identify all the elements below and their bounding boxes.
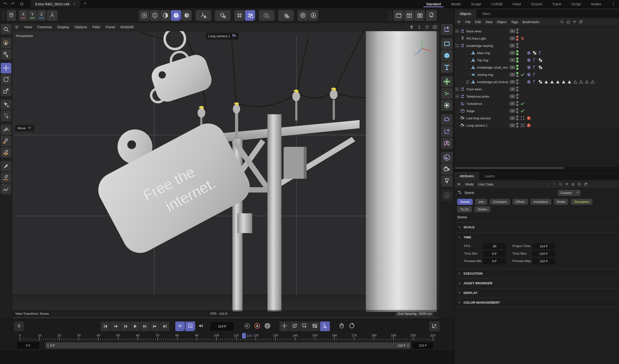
goto-end-button[interactable]: [160, 322, 169, 331]
chip-nodes[interactable]: Nodes: [475, 206, 490, 212]
layout-menu-button[interactable]: [608, 0, 619, 8]
arrow-left-icon[interactable]: [539, 182, 544, 187]
visibility-dots[interactable]: [516, 28, 518, 34]
visibility-dot[interactable]: [516, 94, 518, 96]
edit-toggle[interactable]: [509, 73, 515, 77]
current-frame-marker[interactable]: [242, 333, 246, 338]
new-tab-button[interactable]: [80, 0, 90, 8]
timeline-ruler[interactable]: 114 010203040506070809010011012013014015…: [0, 333, 454, 342]
visibility-dot[interactable]: [516, 123, 518, 125]
sound-button[interactable]: [196, 322, 206, 331]
render-view-button[interactable]: [426, 10, 437, 21]
object-name[interactable]: Long camera 1: [466, 122, 487, 129]
rt-text-tool-button[interactable]: [441, 62, 453, 73]
rings-gear-button[interactable]: [259, 10, 274, 21]
hex-solid-button[interactable]: [171, 10, 181, 21]
object-name[interactable]: RS Area Light: [466, 35, 486, 42]
layout-tab-uvedit[interactable]: UVEdit: [486, 0, 508, 8]
visibility-dots[interactable]: [516, 57, 518, 63]
layout-tab-track[interactable]: Track: [547, 0, 566, 8]
viewport-canvas[interactable]: Free the internet. Perspective Long came…: [12, 31, 440, 319]
visibility-dot[interactable]: [516, 36, 518, 38]
keying-settings-button[interactable]: [263, 322, 272, 331]
render-clap-play-button[interactable]: [404, 10, 414, 21]
edit-toggle[interactable]: [509, 94, 515, 98]
visibility-dot[interactable]: [516, 43, 518, 45]
gear-tag[interactable]: [526, 72, 531, 77]
visibility-dots[interactable]: [516, 94, 518, 99]
gear-tag[interactable]: [526, 58, 531, 63]
object-row[interactable]: Joining ring: [454, 71, 619, 78]
rt-array-tool-button[interactable]: [441, 88, 453, 99]
visibility-dots[interactable]: [516, 36, 518, 41]
object-row[interactable]: Turbulence: [454, 100, 619, 107]
visibility-dots[interactable]: [516, 65, 518, 70]
goto-start-button[interactable]: [101, 322, 110, 331]
time-max-field[interactable]: 210 F: [532, 251, 555, 257]
redo-button[interactable]: [10, 1, 15, 6]
attributes-tab-layers[interactable]: Layers: [479, 172, 500, 180]
visibility-dot[interactable]: [516, 28, 518, 31]
tri-o[interactable]: [584, 80, 589, 84]
viewport-menu-view[interactable]: View: [24, 25, 32, 29]
toolbar-grip[interactable]: [388, 10, 392, 21]
tri-f[interactable]: [549, 80, 554, 84]
edit-toggle[interactable]: [509, 66, 515, 69]
visibility-dots[interactable]: [516, 72, 518, 77]
viewport-menu-cameras[interactable]: Cameras: [37, 25, 52, 29]
panel-max-icon[interactable]: [432, 25, 437, 29]
flag-tag[interactable]: [538, 51, 543, 55]
step-back-button[interactable]: [120, 322, 130, 331]
xmark-icon[interactable]: [520, 36, 525, 41]
rt-env-tool-button[interactable]: [441, 152, 453, 163]
check-icon[interactable]: [520, 72, 525, 77]
objects-menu-file[interactable]: File: [465, 20, 471, 24]
check-icon[interactable]: [520, 108, 525, 113]
panel-splitter[interactable]: [454, 170, 619, 172]
layout-tab-standard[interactable]: Standard: [421, 0, 446, 8]
visibility-dot[interactable]: [516, 72, 518, 74]
mirror-gear-button[interactable]: [278, 10, 294, 21]
brackets-dot-icon[interactable]: [520, 123, 525, 128]
preset-dropdown-arrow[interactable]: [575, 190, 580, 196]
rs-cube[interactable]: [526, 123, 531, 128]
object-row[interactable]: +Back wires: [454, 27, 619, 35]
hand-icon[interactable]: [409, 25, 414, 29]
viewport-menu-panel[interactable]: Panel: [106, 25, 115, 29]
axis-z-button[interactable]: Z: [37, 10, 46, 21]
key-scale-button[interactable]: [300, 322, 310, 331]
pen-curve-tool-button[interactable]: [1, 124, 11, 135]
flag-tag[interactable]: [532, 80, 537, 84]
object-row[interactable]: RS Area Light: [454, 35, 619, 42]
axis-x-button[interactable]: X: [19, 10, 28, 21]
rt-sym-tool-button[interactable]: [441, 138, 453, 149]
tri-o[interactable]: [573, 80, 578, 84]
target-icon[interactable]: [577, 182, 581, 187]
prev-key-button[interactable]: [111, 322, 120, 331]
rt-effector-tool-button[interactable]: [441, 100, 453, 111]
visibility-dot[interactable]: [516, 60, 518, 63]
mode-menu[interactable]: Mode: [465, 182, 474, 186]
preview-range-slider[interactable]: 0 F 210 F: [45, 342, 410, 349]
expand-icon[interactable]: +: [455, 87, 459, 91]
chip-bullet[interactable]: Bullet: [554, 199, 568, 205]
cubes-move-tool-button[interactable]: [1, 111, 11, 121]
edit-toggle[interactable]: [509, 58, 515, 62]
rt-field-tool-button[interactable]: [441, 126, 453, 137]
timeline-editor-button[interactable]: [429, 322, 440, 331]
visibility-dot[interactable]: [516, 39, 518, 41]
camera-obj-tool-button[interactable]: [441, 164, 453, 175]
close-tab-icon[interactable]: [73, 2, 76, 6]
projection-label[interactable]: Perspective: [16, 34, 33, 38]
object-name[interactable]: Instabridge pt2-Extrude: [477, 78, 508, 85]
visibility-dot[interactable]: [516, 108, 518, 110]
brush-tool-button[interactable]: [1, 161, 11, 172]
fps-field[interactable]: 30: [483, 243, 506, 249]
object-row[interactable]: Last long camera: [454, 114, 619, 122]
hex-half-button[interactable]: [160, 10, 170, 21]
search-tool-button[interactable]: [1, 24, 11, 35]
visibility-dot[interactable]: [516, 101, 518, 103]
object-name[interactable]: Instabridge small_remesh: [477, 64, 508, 71]
tri-o[interactable]: [579, 80, 583, 84]
chip-scene[interactable]: Scene: [457, 199, 473, 205]
